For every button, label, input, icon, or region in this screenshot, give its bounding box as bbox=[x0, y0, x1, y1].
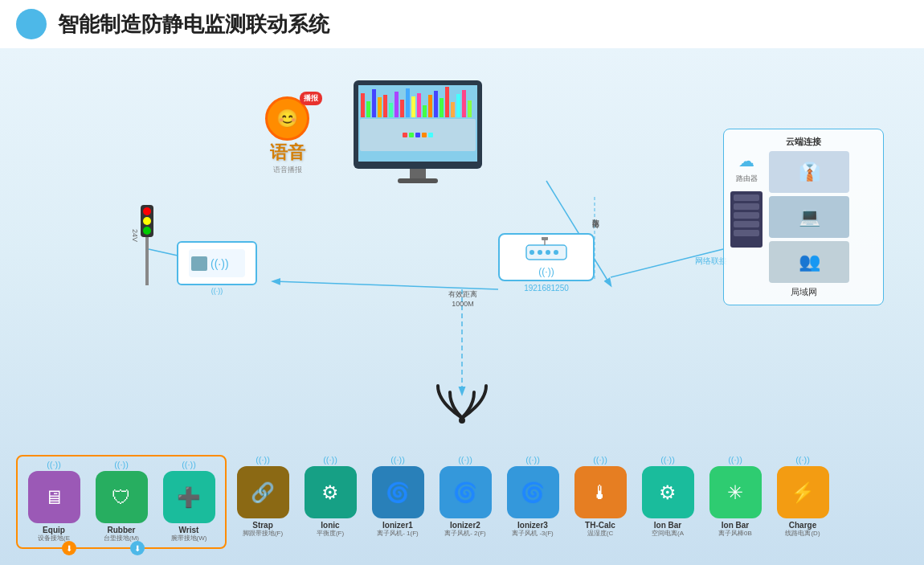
device-ionizer1: ((·)) 🌀 Ionizer1 离子风机- 1(F) bbox=[366, 455, 429, 538]
cloud-photo-1: 👔 bbox=[769, 151, 849, 193]
mascot-bubble: 播报 bbox=[300, 92, 322, 105]
ionizer3-icon-box: 🌀 bbox=[507, 466, 559, 518]
device-strap: ((·)) 🔗 Strap 脚跟带接地(F) bbox=[231, 455, 294, 538]
svg-point-10 bbox=[538, 250, 542, 255]
svg-rect-8 bbox=[542, 237, 548, 240]
monitor-box bbox=[354, 80, 482, 183]
device-wrist: ((·)) ➕ Wrist 腕带接地(W) bbox=[157, 460, 220, 542]
wrist-icon-box: ➕ bbox=[163, 471, 215, 523]
bottom-connector-2: ⬇ bbox=[130, 541, 145, 555]
svg-point-13 bbox=[459, 417, 465, 424]
equip-icon-box: 🖥 bbox=[28, 471, 80, 523]
network-connection-label: 网络联接 bbox=[695, 256, 727, 267]
device-ionizer2: ((·)) 🌀 Ionizer2 离子风机- 2(F) bbox=[434, 455, 497, 538]
ionbar-a-icon-box: ⚙ bbox=[642, 466, 694, 518]
voice-sublabel: 语音播报 bbox=[265, 165, 309, 175]
label-24v: 24V bbox=[131, 229, 139, 242]
device-ionic: ((·)) ⚙ Ionic 平衡度(F) bbox=[299, 455, 362, 538]
main-router-box: ((·)) 1921681250 bbox=[498, 233, 595, 293]
charge-icon-box: ⚡ bbox=[777, 466, 829, 518]
header: 智能制造防静电监测联动系统 bbox=[0, 0, 924, 48]
bottom-connector-1: ⬇ bbox=[62, 541, 76, 555]
ionic-icon-box: ⚙ bbox=[305, 466, 357, 518]
small-router-signal: ((·)) bbox=[177, 287, 257, 295]
device-row: ((·)) 🖥 Equip 设备接地(E ((·)) 🛡 Rubber 台垫接地… bbox=[16, 455, 908, 549]
lan-label: 局域网 bbox=[730, 286, 877, 298]
cloud-icon: ☁ bbox=[738, 151, 754, 170]
small-router-box: ((·)) ((·)) bbox=[177, 241, 257, 295]
svg-point-12 bbox=[554, 250, 558, 255]
distance-label: 有效距离 1000M bbox=[448, 289, 477, 308]
cloud-area: 云端连接 ☁ 路由器 👔 💻 bbox=[723, 129, 884, 305]
device-charge: ((·)) ⚡ Charge 线路电离(D) bbox=[771, 455, 834, 538]
thcalc-icon-box: 🌡 bbox=[574, 466, 627, 518]
svg-point-11 bbox=[546, 250, 550, 255]
monitor-screen bbox=[358, 85, 477, 162]
svg-line-1 bbox=[273, 281, 498, 289]
monitor-stand bbox=[410, 169, 426, 178]
big-wireless-signal bbox=[422, 362, 502, 429]
ionizer1-icon-box: 🌀 bbox=[372, 466, 424, 518]
server-rack bbox=[730, 191, 763, 248]
traffic-light-red bbox=[143, 207, 151, 215]
device-equip: ((·)) 🖥 Equip 设备接地(E bbox=[22, 460, 85, 542]
traffic-light-green bbox=[143, 227, 151, 235]
voice-label: 语音 bbox=[265, 141, 309, 165]
cloud-label: 云端连接 bbox=[730, 136, 877, 148]
relay-label: 路由器 bbox=[736, 174, 758, 184]
cloud-server-box: 云端连接 ☁ 路由器 👔 💻 bbox=[723, 129, 884, 305]
device-rubber: ((·)) 🛡 Rubber 台垫接地(M) bbox=[90, 460, 153, 542]
rubber-icon-box: 🛡 bbox=[96, 471, 148, 523]
device-thcalc: ((·)) 🌡 TH-Calc 温湿度(C bbox=[569, 455, 632, 538]
strap-icon-box: 🔗 bbox=[237, 466, 289, 518]
ionbar-b-icon-box: ✳ bbox=[709, 466, 762, 518]
ionizer2-icon-box: 🌀 bbox=[440, 466, 492, 518]
main-router-device: ((·)) bbox=[498, 233, 595, 281]
monitor-base bbox=[398, 178, 438, 183]
main-diagram: 😊 播报 语音 语音播报 bbox=[0, 48, 924, 565]
cloud-photo-3: 👥 bbox=[769, 241, 849, 283]
page-title: 智能制造防静电监测联动系统 bbox=[58, 10, 329, 39]
device-ionbar-b: ((·)) ✳ Ion Bar 离子风棒0B bbox=[704, 455, 767, 538]
svg-point-9 bbox=[529, 250, 534, 255]
small-router-device: ((·)) bbox=[177, 241, 257, 285]
traffic-light-yellow bbox=[143, 217, 151, 225]
router-ip: 1921681250 bbox=[498, 284, 595, 293]
monitor-screen-outer bbox=[354, 80, 482, 169]
cloud-photo-2: 💻 bbox=[769, 196, 849, 238]
device-group-esd: ((·)) 🖥 Equip 设备接地(E ((·)) 🛡 Rubber 台垫接地… bbox=[16, 455, 227, 549]
voice-mascot: 😊 播报 语音 语音播报 bbox=[265, 96, 309, 175]
device-ionizer3: ((·)) 🌀 Ionizer3 离子风机 -3(F) bbox=[501, 455, 564, 538]
data-upload-label: 数据上传 bbox=[591, 213, 601, 216]
traffic-pole bbox=[145, 237, 149, 285]
device-ionbar-a: ((·)) ⚙ Ion Bar 空间电离(A bbox=[636, 455, 699, 538]
traffic-light bbox=[141, 205, 153, 285]
header-logo-circle bbox=[16, 9, 47, 39]
